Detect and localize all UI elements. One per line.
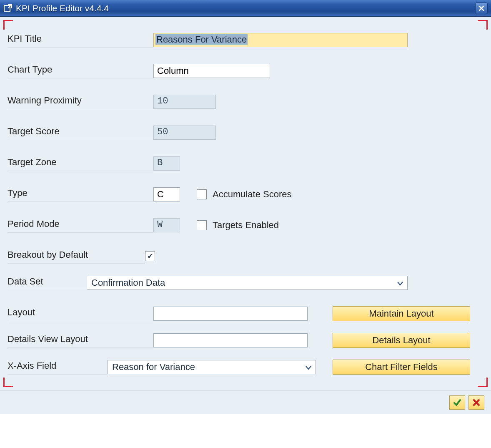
type-input[interactable] — [153, 187, 180, 201]
check-icon: ✔ — [147, 252, 153, 260]
kpi-title-input[interactable]: Reasons For Variance — [153, 33, 408, 47]
breakout-default-label: Breakout by Default — [8, 249, 145, 264]
target-score-input[interactable]: 50 — [153, 126, 216, 140]
chevron-down-icon — [306, 362, 311, 372]
corner-marker — [478, 20, 488, 30]
corner-marker — [3, 20, 13, 30]
details-layout-label: Details Layout — [372, 335, 430, 346]
maintain-layout-button[interactable]: Maintain Layout — [333, 306, 470, 321]
maintain-layout-label: Maintain Layout — [369, 308, 433, 319]
data-set-value: Confirmation Data — [91, 277, 165, 288]
chevron-down-icon — [397, 277, 403, 288]
close-icon — [478, 5, 484, 11]
targets-enabled-checkbox[interactable] — [197, 220, 207, 230]
window-title: KPI Profile Editor v4.4.4 — [16, 3, 475, 13]
corner-marker — [478, 378, 488, 387]
kpi-profile-editor-window: KPI Profile Editor v4.4.4 KPI Title Reas… — [0, 0, 491, 414]
ok-button[interactable] — [449, 395, 465, 410]
kpi-title-label: KPI Title — [8, 33, 153, 48]
target-score-label: Target Score — [8, 125, 153, 140]
details-layout-button[interactable]: Details Layout — [333, 333, 470, 348]
chart-type-input[interactable] — [153, 64, 270, 78]
warning-proximity-label: Warning Proximity — [8, 94, 153, 109]
period-mode-input[interactable]: W — [153, 218, 180, 232]
close-icon — [473, 399, 480, 406]
data-set-label: Data Set — [8, 275, 87, 290]
cancel-button[interactable] — [468, 395, 484, 410]
body-area: KPI Title Reasons For Variance Chart Typ… — [0, 17, 491, 390]
layout-label: Layout — [8, 306, 153, 321]
footer-bar — [0, 390, 491, 414]
chart-type-label: Chart Type — [8, 63, 153, 78]
x-axis-field-value: Reason for Variance — [112, 362, 195, 372]
type-label: Type — [8, 187, 153, 202]
target-zone-input[interactable]: B — [153, 156, 180, 171]
chart-filter-fields-button[interactable]: Chart Filter Fields — [333, 360, 470, 375]
check-icon — [453, 398, 461, 407]
titlebar: KPI Profile Editor v4.4.4 — [0, 0, 491, 17]
app-icon — [3, 4, 13, 13]
corner-marker — [3, 378, 13, 387]
form-content: KPI Title Reasons For Variance Chart Typ… — [3, 20, 488, 387]
targets-enabled-label: Targets Enabled — [213, 220, 279, 231]
warning-proximity-input[interactable]: 10 — [153, 95, 216, 109]
close-button[interactable] — [475, 3, 488, 14]
accumulate-scores-checkbox[interactable] — [197, 189, 207, 199]
breakout-default-checkbox[interactable]: ✔ — [145, 251, 155, 261]
svg-rect-0 — [4, 5, 10, 11]
data-set-select[interactable]: Confirmation Data — [87, 276, 408, 290]
x-axis-field-label: X-Axis Field — [8, 360, 108, 375]
accumulate-scores-label: Accumulate Scores — [213, 189, 292, 200]
details-view-layout-input[interactable] — [153, 333, 308, 347]
chart-filter-fields-label: Chart Filter Fields — [365, 362, 438, 372]
details-view-layout-label: Details View Layout — [8, 333, 153, 348]
layout-input[interactable] — [153, 307, 308, 321]
x-axis-field-select[interactable]: Reason for Variance — [108, 360, 316, 374]
kpi-title-value: Reasons For Variance — [155, 34, 248, 45]
period-mode-label: Period Mode — [8, 218, 153, 233]
target-zone-label: Target Zone — [8, 156, 153, 171]
